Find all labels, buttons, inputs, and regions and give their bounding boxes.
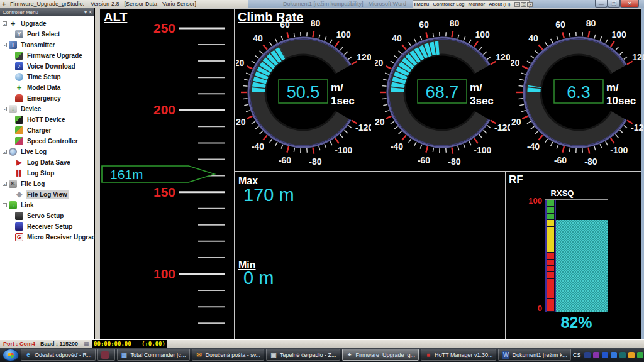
tray-media-icon[interactable] [593,352,599,358]
sidebar-item-device[interactable]: -↓Device [0,104,94,114]
gauge-tick [557,145,558,149]
sidebar-item-hott-device[interactable]: HoTT Device [0,114,94,125]
menu-item-monitor[interactable]: Monitor [469,1,486,7]
gauge-value-segment [410,58,413,61]
expand-collapse-icon[interactable]: - [3,203,7,207]
firmware-chip-icon [15,52,23,60]
sidebar-item-servo-setup[interactable]: Servo Setup [0,211,94,221]
sidebar-item-log-data-save[interactable]: ▶Log Data Save [0,157,94,168]
tray-update-icon[interactable] [602,352,608,358]
mini-restore-button[interactable]: □ [521,2,526,7]
mini-minimize-button[interactable]: – [514,2,520,7]
menu-item-about-h[interactable]: About (H) [489,1,510,7]
tray-network-globe-icon[interactable] [619,352,626,358]
gauge-value-segment [422,51,426,53]
taskbar-button-word[interactable]: WDokument1 [režim k... [498,349,571,361]
gauge-scale-label: 80 [586,18,596,28]
tc-icon: ▦ [121,351,128,359]
gauge-tick [247,116,252,119]
gauge-tick [527,121,531,124]
expand-collapse-icon[interactable]: - [3,182,7,186]
sidebar-item-label: Live Log [19,148,48,156]
live-log-magnifier-icon [9,148,17,156]
sidebar-item-live-log[interactable]: -Live Log [0,146,94,157]
language-indicator[interactable]: CS [573,352,581,358]
gauge-tick [255,126,259,129]
start-button[interactable] [3,349,19,361]
charger-icon [15,126,23,134]
gauge-tick [545,139,548,143]
model-helicopter-icon: + [15,84,23,92]
gauge-tick [469,141,471,145]
sidebar-item-model-data[interactable]: +Model Data [0,82,94,93]
tray-sync-icon[interactable] [637,352,643,358]
sidebar-item-transmitter[interactable]: -TTransmitter [0,40,94,50]
tray-messenger-icon[interactable] [628,352,635,358]
sidebar-item-speed-controller[interactable]: Speed Controller [0,136,94,146]
sidebar-item-emergency[interactable]: Emergency [0,93,94,104]
sidebar-item-file-log-view[interactable]: ◆File Log View [0,189,94,200]
task-buttons: eOdeslat odpověď - R...▦Total Commander … [21,349,573,361]
sidebar-item-voice-download[interactable]: ♪Voice Download [0,61,94,72]
taskbar-button-app[interactable]: +Firmware_Upgrade_g... [342,349,419,361]
tray-info-icon[interactable] [584,352,591,358]
sidebar-item-port-select[interactable]: YPort Select [0,29,94,40]
gauge-value-segment [265,66,267,69]
close-button[interactable]: ✕ [620,0,639,8]
sidebar-item-firmware-upgrade[interactable]: Firmware Upgrade [0,50,94,61]
gauge-tick [624,126,628,128]
gauge-tick [519,99,523,99]
sidebar-item-micro-receiver-upgrade[interactable]: GMicro Receiver Upgrade [0,232,94,243]
expand-collapse-icon[interactable]: - [3,21,7,26]
gauge-unit-denominator: 10sec [606,95,636,107]
gauge-value: 68.7 [426,83,459,102]
gauge-tick [345,52,348,55]
taskbar-button-mail[interactable]: ✉Doručená pošta - sv... [192,349,264,361]
receiver-icon [15,222,23,231]
tray-app-icon[interactable] [611,352,617,358]
alt-panel: ALT 100150200250161m [99,8,235,339]
gauge-tick [469,40,471,43]
gauge-scale-label: -100 [335,145,352,155]
taskbar-button-doc[interactable]: ▣Tepelné čerpadlo - Z... [266,349,340,361]
taskbar-button-tc[interactable]: ▦Total Commander [c... [117,349,190,361]
gauge-tick [594,146,596,150]
gauge-tick [340,47,343,50]
gauge-tick [335,138,339,143]
voice-note-icon: ♪ [15,62,23,70]
sidebar-item-receiver-setup[interactable]: Receiver Setup [0,221,94,232]
sidebar-item-log-stop[interactable]: ▌▌Log Stop [0,168,94,178]
taskbar-button-pinned[interactable] [97,349,115,361]
mini-close-button[interactable]: × [527,2,533,7]
gauge-tick [402,45,406,50]
gauge-tick [479,47,482,50]
file-log-icon: S [9,180,17,188]
gauge-tick [394,56,398,58]
max-value: 170 m [243,185,294,206]
expand-collapse-icon[interactable]: - [3,43,7,47]
expand-collapse-icon[interactable]: - [3,150,7,154]
sidebar-item-file-log[interactable]: -SFile Log [0,178,94,189]
sidebar-header-buttons[interactable]: ▾ ✕ [84,8,92,16]
gauge-tick [409,42,411,46]
taskbar-button-hott[interactable]: ■HoTT Manager v1.30... [421,349,496,361]
gauge-tick [243,99,248,99]
minimize-button[interactable]: — [595,0,608,8]
splitter[interactable] [95,8,99,339]
sidebar-item-charger[interactable]: Charger [0,125,94,136]
rxsq-led-yellow [547,239,554,245]
expand-collapse-icon[interactable]: - [3,107,7,111]
sidebar-item-upgrade[interactable]: -+Upgrade [0,18,94,29]
menu-item-controller-log[interactable]: Controller Log [433,1,464,7]
restore-button[interactable]: ❐ [608,0,620,8]
gauge-tick [399,51,402,54]
sidebar-item-time-setup[interactable]: Time Setup [0,72,94,82]
gauge-tick [340,134,343,138]
taskbar-button-label: Total Commander [c... [131,352,186,358]
menu-item-menu[interactable]: Menu [416,1,429,7]
gauge-tick [484,52,487,55]
taskbar-button-ie[interactable]: eOdeslat odpověď - R... [21,349,96,361]
word-window-title: Dokument1 [režim kompatibility] - Micros… [283,1,406,7]
rxsq-led-red [547,272,554,278]
sidebar-item-link[interactable]: -→Link [0,200,94,211]
